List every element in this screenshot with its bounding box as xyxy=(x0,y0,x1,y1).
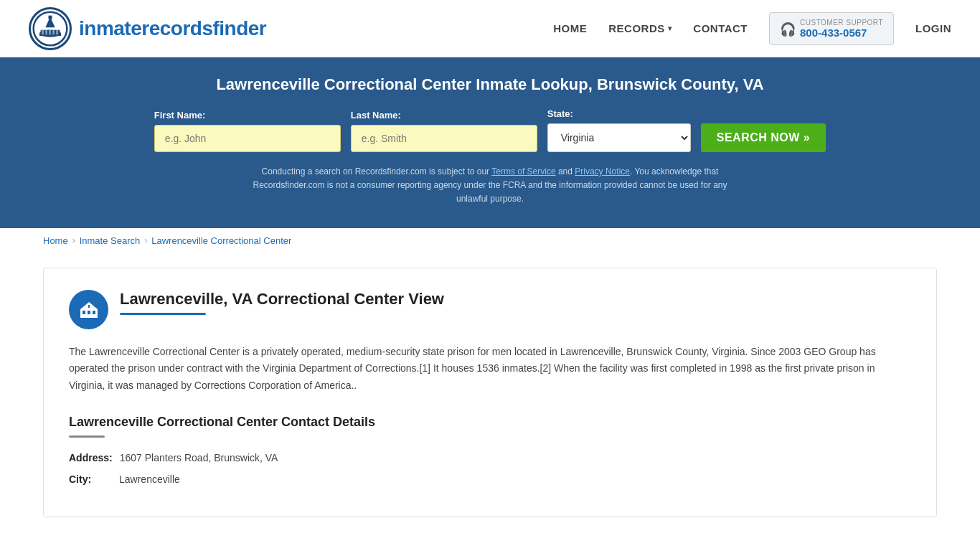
breadcrumb: Home › Inmate Search › Lawrenceville Cor… xyxy=(0,228,980,253)
contact-details-title: Lawrenceville Correctional Center Contac… xyxy=(69,415,911,430)
city-value: Lawrenceville xyxy=(119,474,180,485)
logo-text-bold: finder xyxy=(212,17,266,39)
address-label: Address: xyxy=(69,452,113,463)
facility-icon xyxy=(69,290,108,329)
nav-home[interactable]: HOME xyxy=(553,22,587,34)
facility-title-area: Lawrenceville, VA Correctional Center Vi… xyxy=(120,290,444,315)
content-card: Lawrenceville, VA Correctional Center Vi… xyxy=(43,268,937,517)
logo-text-regular: inmaterecords xyxy=(79,17,212,39)
first-name-group: First Name: xyxy=(154,110,341,152)
main-content: Lawrenceville, VA Correctional Center Vi… xyxy=(0,253,980,546)
logo-area: inmaterecordsfinder xyxy=(29,7,266,50)
search-button[interactable]: SEARCH NOW » xyxy=(701,123,826,152)
svg-rect-14 xyxy=(88,311,90,314)
first-name-input[interactable] xyxy=(154,125,341,152)
hero-section: Lawrenceville Correctional Center Inmate… xyxy=(0,57,980,228)
first-name-label: First Name: xyxy=(154,110,206,121)
address-value: 1607 Planters Road, Brunswick, VA xyxy=(120,452,278,463)
customer-support-button[interactable]: 🎧 CUSTOMER SUPPORT 800-433-0567 xyxy=(769,12,894,45)
logo-text: inmaterecordsfinder xyxy=(79,17,266,40)
privacy-link[interactable]: Privacy Notice xyxy=(575,166,630,176)
last-name-label: Last Name: xyxy=(351,110,401,121)
state-select[interactable]: AlabamaAlaskaArizonaArkansasCaliforniaCo… xyxy=(547,123,691,152)
facility-header: Lawrenceville, VA Correctional Center Vi… xyxy=(69,290,911,329)
svg-rect-6 xyxy=(42,29,44,34)
support-number: 800-433-0567 xyxy=(800,27,883,39)
svg-rect-4 xyxy=(49,15,52,19)
title-underline xyxy=(120,313,206,315)
hero-title: Lawrenceville Correctional Center Inmate… xyxy=(29,75,951,94)
svg-rect-9 xyxy=(52,29,55,34)
support-label: CUSTOMER SUPPORT xyxy=(800,19,883,27)
address-row: Address: 1607 Planters Road, Brunswick, … xyxy=(69,452,911,463)
facility-description: The Lawrenceville Correctional Center is… xyxy=(69,344,911,395)
section-underline xyxy=(69,435,105,438)
breadcrumb-home[interactable]: Home xyxy=(43,235,68,246)
facility-title: Lawrenceville, VA Correctional Center Vi… xyxy=(120,290,444,309)
svg-rect-8 xyxy=(49,29,51,34)
city-label: City: xyxy=(69,474,112,485)
breadcrumb-inmate-search[interactable]: Inmate Search xyxy=(80,235,141,246)
city-row: City: Lawrenceville xyxy=(69,474,911,485)
breadcrumb-current: Lawrenceville Correctional Center xyxy=(151,235,291,246)
breadcrumb-sep-1: › xyxy=(72,235,75,245)
nav-login[interactable]: LOGIN xyxy=(915,22,951,34)
headphone-icon: 🎧 xyxy=(780,22,794,36)
terms-link[interactable]: Terms of Service xyxy=(491,166,555,176)
chevron-down-icon: ▾ xyxy=(668,24,672,32)
nav-records[interactable]: RECORDS ▾ xyxy=(608,22,672,34)
main-nav: HOME RECORDS ▾ CONTACT 🎧 CUSTOMER SUPPOR… xyxy=(553,12,951,45)
svg-rect-15 xyxy=(93,311,95,314)
support-text: CUSTOMER SUPPORT 800-433-0567 xyxy=(800,19,883,39)
search-form: First Name: Last Name: State: AlabamaAla… xyxy=(29,108,951,152)
last-name-input[interactable] xyxy=(351,125,537,152)
last-name-group: Last Name: xyxy=(351,110,537,152)
breadcrumb-sep-2: › xyxy=(144,235,147,245)
svg-rect-13 xyxy=(83,311,85,314)
nav-contact[interactable]: CONTACT xyxy=(693,22,748,34)
state-group: State: AlabamaAlaskaArizonaArkansasCalif… xyxy=(547,108,691,152)
state-label: State: xyxy=(547,108,573,119)
svg-rect-7 xyxy=(45,29,47,34)
svg-rect-10 xyxy=(56,29,58,34)
header: inmaterecordsfinder HOME RECORDS ▾ CONTA… xyxy=(0,0,980,57)
svg-rect-16 xyxy=(88,305,90,308)
logo-icon xyxy=(29,7,72,50)
hero-disclaimer: Conducting a search on Recordsfinder.com… xyxy=(239,165,741,207)
